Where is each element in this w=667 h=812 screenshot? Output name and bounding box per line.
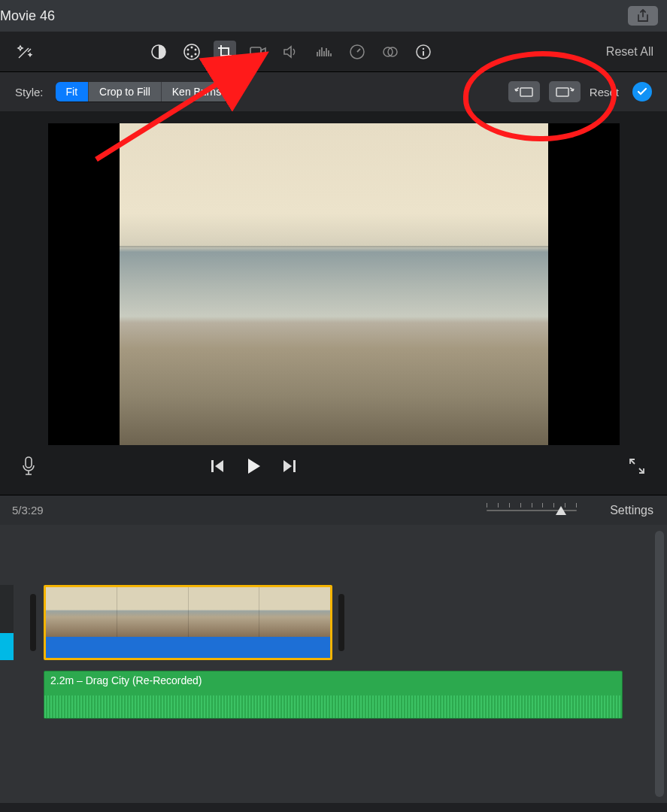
contrast-icon: [150, 44, 167, 60]
svg-point-6: [187, 53, 189, 55]
clip-audio-strip: [46, 637, 330, 658]
crop-icon: [217, 44, 233, 60]
color-balance-button[interactable]: [147, 41, 170, 63]
style-ken-burns-button[interactable]: Ken Burns: [162, 82, 232, 102]
time-bar: 5 / 3:29 Settings: [0, 495, 667, 525]
volume-button[interactable]: [280, 41, 302, 63]
clip-filter-button[interactable]: [379, 41, 402, 63]
titlebar: Movie 46: [0, 0, 667, 32]
style-fit-button[interactable]: Fit: [56, 82, 89, 102]
rotate-ccw-icon: [514, 85, 534, 98]
svg-point-13: [423, 47, 424, 49]
style-crop-to-fill-button[interactable]: Crop to Fill: [89, 82, 162, 102]
viewer-panel: [0, 111, 667, 495]
reset-all-button[interactable]: Reset All: [606, 45, 653, 59]
equalizer-icon: [315, 44, 333, 59]
video-track[interactable]: [44, 585, 667, 663]
voiceover-button[interactable]: [21, 456, 36, 477]
zoom-slider[interactable]: [487, 509, 577, 512]
speed-button[interactable]: [346, 41, 368, 63]
audio-clip[interactable]: 2.2m – Drag City (Re-Recorded): [44, 671, 623, 719]
volume-icon: [282, 44, 300, 59]
clip-thumb: [46, 587, 117, 637]
transport-bar: [0, 445, 667, 487]
timeline[interactable]: 2.2m – Drag City (Re-Recorded): [0, 525, 667, 803]
svg-rect-19: [293, 460, 296, 472]
rotate-cw-button[interactable]: [549, 81, 581, 102]
crop-button[interactable]: [214, 41, 236, 63]
preview-decoration: [120, 246, 548, 247]
timeline-settings-button[interactable]: Settings: [610, 504, 653, 517]
speed-icon: [349, 44, 365, 60]
zoom-thumb[interactable]: [556, 506, 566, 515]
svg-rect-15: [520, 88, 532, 96]
clip-thumb: [117, 587, 189, 637]
stabilization-button[interactable]: [247, 41, 269, 63]
camera-icon: [249, 44, 267, 59]
share-icon: [637, 9, 649, 23]
playhead-position: 5: [12, 504, 18, 517]
svg-rect-17: [26, 457, 32, 468]
svg-rect-16: [556, 88, 568, 96]
crop-style-bar: Style: Fit Crop to Fill Ken Burns Reset: [0, 72, 667, 111]
play-button[interactable]: [244, 456, 263, 476]
clip-thumbnails: [46, 587, 330, 637]
svg-point-7: [187, 48, 189, 50]
svg-rect-8: [250, 47, 261, 56]
prev-button[interactable]: [209, 458, 226, 474]
svg-rect-18: [211, 460, 214, 472]
share-button[interactable]: [628, 6, 658, 26]
style-label: Style:: [15, 86, 44, 98]
check-icon: [637, 86, 647, 97]
color-correction-button[interactable]: [180, 41, 203, 63]
skip-back-icon: [209, 458, 226, 474]
rotate-cw-icon: [555, 85, 575, 98]
magic-wand-icon: [15, 42, 35, 62]
clip-trim-handle-left[interactable]: [30, 594, 36, 651]
color-palette-icon: [183, 43, 201, 61]
svg-point-5: [191, 55, 193, 57]
video-clip[interactable]: [44, 585, 332, 660]
expand-icon: [628, 457, 646, 475]
info-icon: [415, 44, 432, 60]
audio-waveform: [44, 695, 622, 718]
rotate-ccw-button[interactable]: [508, 81, 540, 102]
fullscreen-button[interactable]: [628, 457, 646, 475]
video-preview: [120, 123, 548, 445]
video-frame[interactable]: [48, 123, 620, 445]
apply-button[interactable]: [632, 82, 652, 102]
reset-crop-button[interactable]: Reset: [590, 86, 619, 98]
project-duration: 3:29: [22, 504, 44, 517]
style-segments: Fit Crop to Fill Ken Burns: [56, 82, 232, 102]
clip-thumb: [259, 587, 330, 637]
play-icon: [244, 456, 263, 476]
project-title: Movie 46: [0, 8, 55, 24]
audio-clip-label: 2.2m – Drag City (Re-Recorded): [50, 674, 202, 686]
overlap-icon: [381, 44, 399, 59]
svg-point-2: [191, 46, 193, 48]
svg-rect-14: [423, 51, 424, 56]
timeline-scrollbar[interactable]: [655, 531, 664, 797]
clip-thumb: [189, 587, 260, 637]
svg-point-3: [195, 48, 197, 50]
svg-point-4: [195, 53, 197, 55]
next-button[interactable]: [281, 458, 298, 474]
noise-reduction-button[interactable]: [313, 41, 335, 63]
microphone-icon: [21, 456, 36, 477]
track-header-indicator: [0, 633, 14, 660]
clip-info-button[interactable]: [412, 41, 435, 63]
skip-forward-icon: [281, 458, 298, 474]
adjust-toolbar: Reset All: [0, 32, 667, 72]
clip-trim-handle-right[interactable]: [338, 594, 344, 651]
magic-wand-button[interactable]: [14, 41, 36, 63]
